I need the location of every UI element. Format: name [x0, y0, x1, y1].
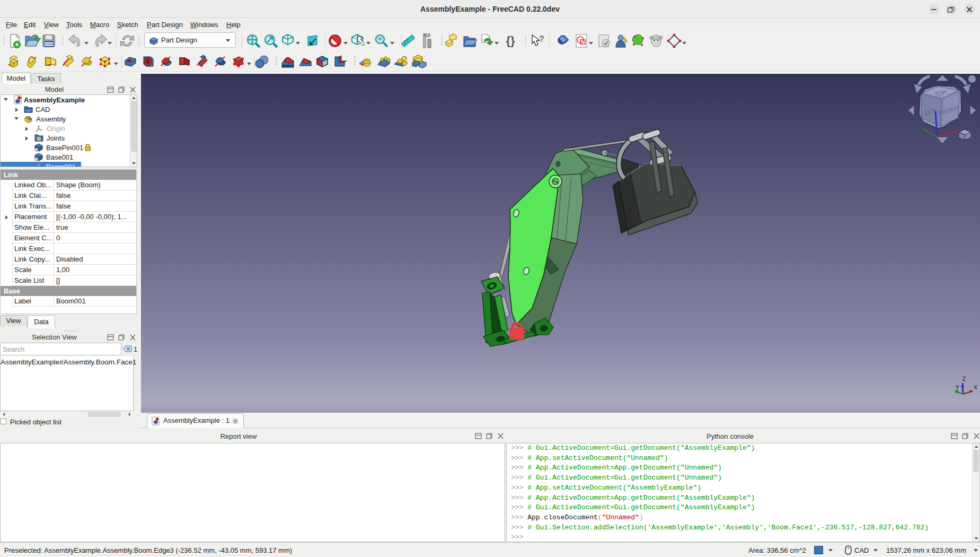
svg-text:Z: Z [963, 376, 966, 382]
svg-text:{}: {} [506, 34, 515, 47]
svg-text:Y: Y [956, 385, 959, 390]
svg-text:X: X [974, 385, 977, 390]
svg-text:?: ? [539, 34, 544, 43]
